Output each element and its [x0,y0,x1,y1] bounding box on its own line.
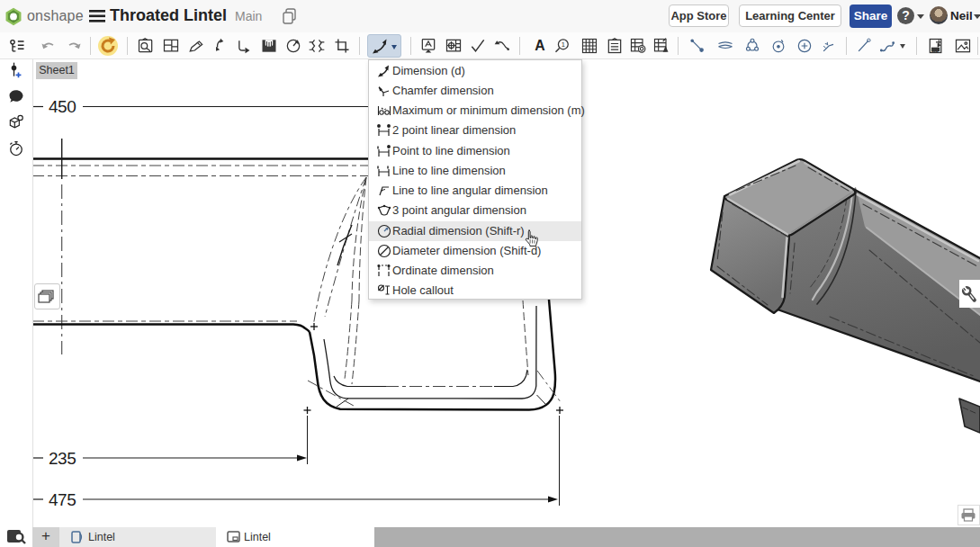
svg-text:450: 450 [49,97,76,116]
svg-text:1: 1 [562,40,565,49]
svg-text:A: A [535,38,545,53]
svg-text:475: 475 [49,490,76,509]
svg-text:DXF: DXF [932,49,940,52]
svg-text:235: 235 [49,449,76,468]
